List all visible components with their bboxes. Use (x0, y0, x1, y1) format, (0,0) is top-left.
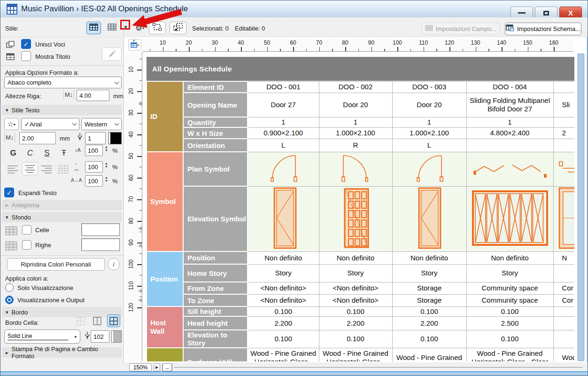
schedule-cell[interactable]: <Non definito> (319, 282, 392, 294)
zoom-menu-button[interactable]: ▶ (154, 363, 160, 371)
schedule-cell[interactable]: <Non definito> (248, 294, 319, 306)
row-header[interactable]: Position (183, 251, 248, 264)
border-pen-input[interactable] (91, 330, 109, 343)
char-spacing-input[interactable] (85, 175, 103, 187)
row-header[interactable]: Orientation (183, 139, 248, 152)
expand-text-checkbox[interactable]: ✓ (4, 188, 14, 197)
cells-color-checkbox[interactable] (22, 225, 31, 235)
schedule-cell[interactable]: <Non definito> (319, 294, 392, 306)
row-header[interactable]: Element ID (183, 81, 248, 93)
symbol-cell-door-elev-glazed[interactable] (319, 186, 392, 251)
symbol-cell-door-elev-chevron[interactable] (392, 186, 466, 251)
symbol-cell-bifold-elev[interactable] (466, 186, 553, 251)
row-header[interactable]: Head height (183, 316, 248, 330)
symbol-cell-bifold-plan[interactable] (466, 152, 553, 186)
schedule-cell[interactable] (553, 117, 574, 127)
schedule-cell[interactable]: Cor (553, 282, 574, 294)
script-select[interactable]: Western (81, 118, 122, 130)
fit-width-button[interactable]: ↔ (162, 363, 172, 371)
section-background[interactable]: ▾ Sfondo (2, 212, 122, 222)
zoom-level-box[interactable]: 150% (129, 363, 152, 371)
schedule-cell[interactable]: Story (248, 264, 319, 282)
schedule-cell[interactable] (553, 316, 574, 330)
row-header[interactable]: Opening Name (183, 93, 248, 117)
group-header-surfaces[interactable] (147, 348, 183, 361)
row-header[interactable]: W x H Size (183, 127, 248, 139)
row-height-input[interactable] (77, 90, 109, 101)
line-spacing-input[interactable] (85, 145, 103, 156)
vertical-scrollbar-thumb[interactable] (578, 54, 584, 361)
schedule-cell[interactable] (553, 139, 574, 152)
schedule-cell[interactable]: Storage (392, 294, 466, 306)
section-border[interactable]: ▾ Bordo (2, 307, 122, 317)
align-center-button[interactable] (22, 162, 38, 175)
row-header[interactable]: Sill height (183, 306, 248, 316)
row-height-marker[interactable] (138, 289, 142, 293)
row-height-marker[interactable] (138, 102, 142, 106)
merge-items-checkbox[interactable]: ✓ (21, 39, 31, 49)
row-header[interactable]: To Zone (183, 294, 248, 306)
schedule-cell[interactable]: Sli (553, 93, 574, 117)
schedule-cell[interactable]: DOO - 003 (392, 81, 466, 93)
schedule-cell[interactable]: Door 20 (319, 93, 392, 117)
border-vertical-button[interactable] (91, 314, 104, 327)
schedule-cell[interactable]: 0.100 (319, 306, 392, 316)
schedule-cell[interactable]: 1 (466, 117, 553, 127)
schedule-cell[interactable]: 2.200 (248, 316, 319, 330)
schedule-cell[interactable]: Wood - Pine Grained Horizontal; Glass - … (248, 348, 319, 361)
schedule-cell[interactable]: 1 (392, 117, 466, 127)
symbol-cell-door-swing-left[interactable] (392, 152, 466, 186)
schedule-cell[interactable]: Storage (392, 282, 466, 294)
section-footer-format[interactable]: ▸ Stampa Piè di Pagina e Cambio Formato (2, 347, 122, 358)
symbol-cell-door-elev-chevron[interactable] (248, 186, 319, 251)
section-text-style[interactable]: ▾ Stile Testo (2, 105, 122, 115)
schedule-cell[interactable]: Sliding Folding Multipanel Bifold Door 2… (466, 93, 553, 117)
schedule-cell[interactable]: 0.100 (466, 330, 553, 348)
schedule-cell[interactable]: 0.900×2.100 (248, 127, 319, 139)
rows-color-well[interactable] (81, 238, 120, 251)
schedule-cell[interactable]: 0.100 (392, 330, 466, 348)
schedule-cell[interactable]: Door 27 (248, 93, 319, 117)
schedule-cell[interactable]: 0.100 (466, 306, 553, 316)
schedule-cell[interactable]: 0.100 (248, 306, 319, 316)
schedule-cell[interactable]: Non definito (466, 251, 553, 264)
line-spacing-stepper[interactable]: ▲▼ (105, 145, 108, 152)
row-header[interactable]: From Zone (183, 282, 248, 294)
schedule-cell[interactable]: R (319, 139, 392, 152)
text-color-swatch[interactable] (108, 132, 122, 144)
schedule-cell[interactable]: Community space (466, 294, 553, 306)
schedule-cell[interactable]: 1.000×2.100 (319, 127, 392, 139)
row-header[interactable]: Surfaces (All) (183, 348, 248, 361)
schedule-cell[interactable]: Non definito (392, 251, 466, 264)
schedule-cell[interactable]: L (392, 139, 466, 152)
section-preview[interactable]: ▸ Anteprima (2, 200, 122, 210)
rows-color-checkbox[interactable] (22, 240, 31, 250)
schedule-cell[interactable]: 0.100 (319, 330, 392, 348)
schedule-cell[interactable]: Non definito (319, 251, 392, 264)
favorites-button[interactable]: ☆▸ (4, 118, 19, 130)
schedule-cell[interactable]: Non definito (248, 251, 319, 264)
edit-title-button[interactable] (102, 47, 122, 61)
group-header-position[interactable]: Position (147, 251, 183, 306)
schedule-cell[interactable]: 1 (248, 117, 319, 127)
font-size-input[interactable] (19, 132, 56, 144)
display-only-radio[interactable] (5, 283, 14, 292)
row-header[interactable]: Plan Symbol (183, 152, 248, 186)
schedule-cell[interactable] (553, 264, 574, 282)
strikethrough-button[interactable]: Ŧ (57, 146, 71, 160)
schedule-cell[interactable]: Story (319, 264, 392, 282)
schedule-cell[interactable]: 1.000×2.100 (392, 127, 466, 139)
schedule-cell[interactable]: Wood - Pine Grained Horizontal (392, 348, 466, 361)
schedule-cell[interactable]: N (553, 251, 574, 264)
schedule-cell[interactable]: Story (392, 264, 466, 282)
style-grid-button[interactable] (86, 22, 101, 34)
border-all-button[interactable] (107, 314, 120, 327)
schedule-cell[interactable]: DOO - 002 (319, 81, 392, 93)
char-width-input[interactable] (85, 161, 103, 172)
row-height-marker[interactable] (138, 226, 142, 231)
schedule-cell[interactable] (553, 330, 574, 348)
font-select[interactable]: ✓Arial (21, 118, 79, 130)
row-height-marker[interactable] (138, 298, 142, 303)
display-output-radio[interactable] (5, 296, 14, 304)
schedule-cell[interactable]: L (248, 139, 319, 152)
